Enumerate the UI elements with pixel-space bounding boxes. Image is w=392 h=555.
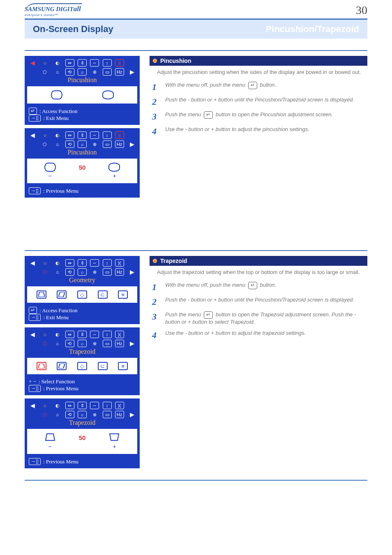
hpos-icon: ⇔ — [65, 402, 74, 409]
linearity-icon: ≡ — [118, 290, 128, 299]
vsize-icon: ↕ — [103, 259, 112, 267]
color-icon: ⌂ — [53, 140, 62, 148]
vpos-icon: ⇕ — [78, 331, 87, 338]
step-number: 1 — [152, 82, 159, 92]
previous-menu-label: : Previous Menu — [43, 385, 78, 392]
title-left: On-Screen Display — [33, 24, 113, 35]
hpos-icon: ⇔ — [65, 259, 74, 267]
step-text: Push the menu — [165, 311, 201, 318]
moire-icon: ▭ — [103, 140, 112, 148]
arrow-right-icon: ▶ — [127, 340, 136, 347]
step-text: Push the menu — [165, 111, 201, 117]
plus-label: + — [113, 443, 116, 450]
section-rule-2 — [25, 250, 367, 251]
previous-menu-label: : Previous Menu — [43, 458, 78, 465]
hsize-icon: ↔ — [90, 402, 99, 409]
step-text: button to open the Pincushion adjustment… — [216, 111, 333, 117]
color-icon: ⌂ — [53, 268, 62, 276]
osd-geometry-menu: ◀ ☼ ◐ ⇔ ⇕ ↔ ↕ )( ▶ x ⬠ ⌂ ⟲ ⌕ ⊗ ▭ Hz ▶ Ge… — [25, 256, 140, 324]
pincushion-row: ◀ ☼ ◐ ⇔ ⇕ ↔ ↕ )( ▶ x ⬠ ⌂ ⟲ ⌕ ⊗ ▭ Hz ▶ Pi… — [25, 56, 367, 201]
pincushion-title: Pincushion — [160, 58, 191, 64]
degauss-icon: ⊗ — [90, 140, 99, 148]
step-text: Use the - button or + button to adjust t… — [165, 126, 367, 133]
minus-label: − — [48, 443, 51, 450]
hsize-icon: ↔ — [90, 259, 99, 267]
color-icon: ⌂ — [53, 411, 62, 418]
step-number: 4 — [152, 330, 159, 341]
trapezoid-header: Trapezoid — [150, 256, 367, 266]
hsize-icon: ↔ — [90, 131, 99, 139]
step-number: 1 — [152, 282, 159, 292]
enter-key-icon: ↵ — [248, 82, 257, 89]
osd-trapezoid-adjust: ◀ ☼ ◐ ⇔ ⇕ ↔ ↕ )( ▶ x ⬠ ⌂ ⟲ ⌕ ⊗ ▭ Hz ▶ Tr… — [25, 398, 140, 468]
geometry-icon: ⬠ — [40, 268, 49, 276]
step-2: 2 Push the - button or + button until th… — [152, 297, 367, 307]
arrow-left-icon: ◀ — [28, 331, 37, 338]
degauss-icon: ⊗ — [90, 340, 99, 347]
logo-suffix: all — [74, 5, 81, 13]
step-text: Push the - button or + button until the … — [165, 97, 367, 104]
pincushion-icon: )( — [115, 259, 124, 267]
pincushion-icon: )( — [115, 331, 124, 338]
vsize-icon: ↕ — [103, 131, 112, 139]
recall-icon: ⟲ — [65, 411, 74, 418]
bullet-icon — [153, 59, 157, 63]
vsize-icon: ↕ — [103, 402, 112, 409]
logo-brand: SAMSUNG DIGIT — [25, 6, 74, 12]
trapezoid-icon — [37, 362, 46, 370]
zoom-icon: ⌕ — [78, 68, 87, 76]
display-timing-icon: Hz — [115, 268, 124, 276]
moire-icon: ▭ — [103, 340, 112, 347]
exit-key-icon: →▯ — [29, 187, 41, 194]
step-3: 3 Push the menu ↵ button to open the Pin… — [152, 111, 367, 122]
step-4: 4 Use the - button or + button to adjust… — [152, 330, 367, 341]
contrast-icon: ◐ — [53, 331, 62, 338]
pincushion-icon: )( — [115, 59, 124, 67]
contrast-icon: ◐ — [53, 259, 62, 267]
step-number: 2 — [152, 97, 159, 107]
zoom-icon: ⌕ — [78, 268, 87, 276]
osd-label: Trapezoid — [25, 348, 140, 355]
title-band: On-Screen Display Pincushion/Trapezoid — [25, 20, 367, 39]
svg-marker-4 — [46, 434, 55, 440]
hsize-icon: ↔ — [90, 59, 99, 67]
geometry-icon: ⬠ — [40, 140, 49, 148]
step-3: 3 Push the menu ↵ button to open the Tra… — [152, 311, 367, 326]
trapezoid-value: 50 — [79, 434, 86, 441]
step-number: 3 — [152, 311, 159, 322]
arrow-right-icon: ▶ — [127, 411, 136, 418]
step-2: 2 Push the - button or + button until th… — [152, 97, 367, 107]
recall-icon: ⟲ — [65, 340, 74, 347]
access-function-label: : Access Function — [39, 307, 77, 314]
brightness-icon: ☼ — [40, 259, 49, 267]
zoom-icon: ⌕ — [78, 140, 87, 148]
brightness-icon: ☼ — [40, 131, 49, 139]
moire-icon: ▭ — [103, 68, 112, 76]
pincushion-value: 50 — [79, 164, 86, 171]
hpos-icon: ⇔ — [65, 59, 74, 67]
logo-tagline: everyone's invited™ — [25, 13, 82, 17]
brightness-icon: ☼ — [40, 331, 49, 338]
display-timing-icon: Hz — [115, 140, 124, 148]
step-text: button. — [260, 82, 276, 88]
geometry-icon: ⬠ — [40, 340, 49, 347]
pincushion-in-icon — [44, 163, 56, 172]
arrow-right-icon: ▶ — [127, 268, 136, 276]
trapezoid-wide-icon — [109, 433, 120, 442]
exit-key-icon: →▯ — [29, 115, 41, 122]
degauss-icon: ⊗ — [90, 268, 99, 276]
moire-icon: ▭ — [103, 411, 112, 418]
pincushion-icon: )( — [115, 131, 124, 139]
step-number: 2 — [152, 297, 159, 307]
display-timing-icon: Hz — [115, 340, 124, 347]
exit-menu-label: : Exit Menu — [43, 115, 69, 122]
enter-key-icon: ↵ — [248, 282, 257, 289]
step-number: 3 — [152, 111, 159, 122]
access-function-label: : Access Function — [39, 108, 77, 115]
vsize-icon: ↕ — [103, 331, 112, 338]
pincushion-in-icon — [51, 90, 62, 99]
parallelogram-icon — [57, 290, 67, 299]
osd-pincushion-adjust: ◀ ☼ ◐ ⇔ ⇕ ↔ ↕ )( ▶ x ⬠ ⌂ ⟲ ⌕ ⊗ ▭ Hz ▶ Pi… — [25, 128, 140, 198]
pinbalance-icon: ⊂ — [98, 290, 108, 299]
osd-label: Pincushion — [25, 76, 140, 84]
